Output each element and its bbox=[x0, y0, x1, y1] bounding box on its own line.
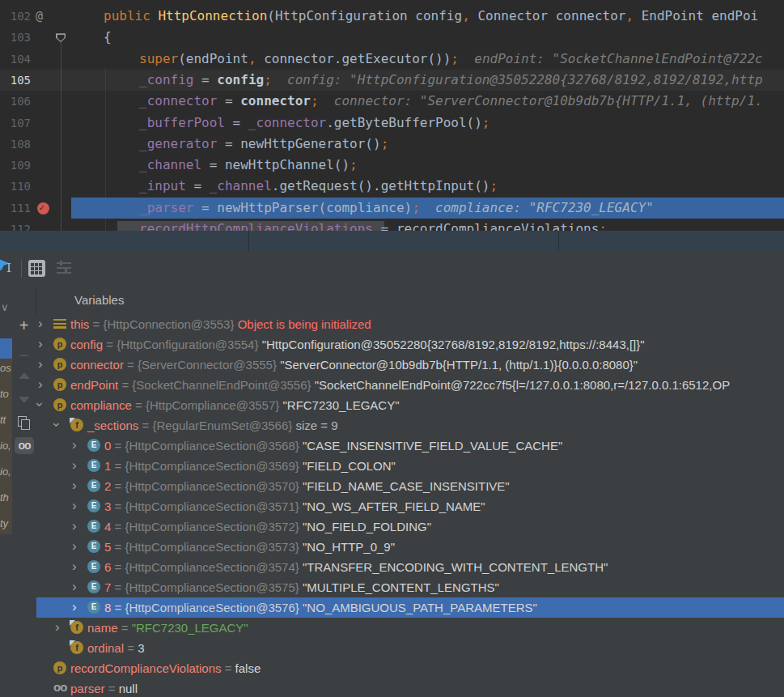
line-number[interactable]: 105 bbox=[0, 70, 31, 91]
variable-text: 1 = {HttpComplianceSection@3569} "FIELD_… bbox=[104, 456, 396, 476]
variable-row-recordComplianceViolations[interactable]: precordComplianceViolations = false bbox=[36, 658, 784, 678]
variable-row-endPoint[interactable]: ›pendPoint = {SocketChannelEndPoint@3556… bbox=[36, 375, 784, 395]
enum-constant-icon: E bbox=[87, 560, 100, 573]
line-number[interactable]: 109 bbox=[0, 155, 31, 176]
variable-row-connector[interactable]: ›pconnector = {ServerConnector@3555} "Se… bbox=[36, 355, 784, 375]
chevron-right-icon[interactable]: › bbox=[38, 355, 43, 373]
variable-text: 4 = {HttpComplianceSection@3572} "NO_FIE… bbox=[104, 516, 431, 537]
clipped-frame-text: to bbox=[0, 388, 12, 401]
variables-tree[interactable]: ›this = {HttpConnection@3553} Object is … bbox=[36, 314, 784, 697]
variable-text: 8 = {HttpComplianceSection@3576} "NO_AMB… bbox=[104, 597, 537, 618]
variable-text: recordComplianceViolations = false bbox=[70, 658, 261, 678]
parameter-icon: p bbox=[53, 358, 66, 371]
line-number[interactable]: 102 bbox=[0, 6, 31, 27]
breakpoint-icon[interactable] bbox=[37, 202, 49, 215]
variable-row-this[interactable]: ›this = {HttpConnection@3553} Object is … bbox=[36, 314, 784, 334]
code-text: _connector = connector; connector: "Serv… bbox=[71, 91, 763, 112]
add-watch-button[interactable]: + bbox=[12, 317, 36, 335]
variable-row-parser[interactable]: ooparser = null bbox=[36, 678, 784, 697]
variable-row-3[interactable]: ›E3 = {HttpComplianceSection@3571} "NO_W… bbox=[36, 496, 784, 516]
variable-row-_sections[interactable]: ›f_sections = {RegularEnumSet@3566} size… bbox=[36, 415, 784, 436]
variable-text: endPoint = {SocketChannelEndPoint@3556} … bbox=[70, 375, 730, 395]
line-number[interactable]: 108 bbox=[0, 134, 31, 155]
chevron-right-icon[interactable]: › bbox=[38, 314, 43, 333]
variable-row-2[interactable]: ›E2 = {HttpComplianceSection@3570} "FIEL… bbox=[36, 476, 784, 496]
evaluate-expression-icon[interactable] bbox=[28, 260, 45, 277]
code-line-104[interactable]: 104super(endPoint, connector.getExecutor… bbox=[0, 49, 784, 70]
variable-text: config = {HttpConfiguration@3554} "HttpC… bbox=[70, 334, 645, 355]
variable-row-5[interactable]: ›E5 = {HttpComplianceSection@3573} "NO_H… bbox=[36, 537, 784, 557]
variables-tab-label[interactable]: Variables bbox=[74, 293, 124, 307]
variable-row-ordinal[interactable]: fordinal = 3 bbox=[36, 638, 784, 658]
code-line-112[interactable]: 112recordHttpComplianceViolations = reco… bbox=[0, 219, 784, 231]
variable-row-6[interactable]: ›E6 = {HttpComplianceSection@3574} "TRAN… bbox=[36, 557, 784, 577]
chevron-right-icon[interactable]: › bbox=[72, 516, 77, 535]
chevron-right-icon[interactable]: › bbox=[38, 334, 43, 353]
code-line-107[interactable]: 107_bufferPool = _connector.getByteBuffe… bbox=[0, 113, 784, 134]
move-down-button[interactable] bbox=[19, 397, 30, 403]
variable-row-8[interactable]: ›E8 = {HttpComplianceSection@3576} "NO_A… bbox=[36, 597, 784, 618]
code-line-102[interactable]: 102@public HttpConnection(HttpConfigurat… bbox=[0, 6, 784, 27]
code-line-105[interactable]: 105_config = config; config: "HttpConfig… bbox=[0, 70, 784, 91]
move-up-button[interactable] bbox=[19, 372, 30, 379]
variable-text: compliance = {HttpCompliance@3557} "RFC7… bbox=[70, 395, 400, 415]
line-number[interactable]: 106 bbox=[0, 91, 31, 112]
chevron-right-icon[interactable]: › bbox=[72, 456, 77, 474]
code-text: _parser = newHttpParser(compliance); com… bbox=[71, 198, 654, 219]
line-number[interactable]: 112 bbox=[0, 219, 31, 231]
enum-constant-icon: E bbox=[87, 580, 100, 593]
code-line-103[interactable]: 103{ bbox=[0, 27, 784, 48]
chevron-right-icon[interactable]: › bbox=[72, 436, 77, 454]
annotation-gutter-icon[interactable]: @ bbox=[36, 6, 43, 27]
variable-text: connector = {ServerConnector@3555} "Serv… bbox=[70, 355, 638, 375]
duplicate-icon[interactable] bbox=[18, 416, 30, 429]
line-number[interactable]: 111 bbox=[0, 198, 31, 219]
chevron-down-icon[interactable]: › bbox=[36, 402, 49, 407]
code-line-108[interactable]: 108_generator = newHttpGenerator(); bbox=[0, 134, 784, 155]
line-number[interactable]: 103 bbox=[0, 27, 31, 48]
text-cursor-icon: I bbox=[6, 259, 11, 277]
chevron-right-icon[interactable]: › bbox=[55, 618, 60, 636]
clipped-frame-text: io, bbox=[0, 440, 12, 453]
line-number[interactable]: 107 bbox=[0, 113, 31, 134]
clipped-frame-text: io, bbox=[0, 465, 12, 478]
remove-watch-button[interactable]: − bbox=[12, 346, 36, 365]
variable-row-4[interactable]: ›E4 = {HttpComplianceSection@3572} "NO_F… bbox=[36, 516, 784, 537]
line-number[interactable]: 110 bbox=[0, 176, 31, 197]
line-number[interactable]: 104 bbox=[0, 49, 31, 70]
variable-row-7[interactable]: ›E7 = {HttpComplianceSection@3575} "MULT… bbox=[36, 577, 784, 597]
watches-toolbar: + − oo bbox=[12, 314, 36, 697]
ide-debugger-screen: 102@public HttpConnection(HttpConfigurat… bbox=[0, 0, 784, 697]
debug-toolbar: I bbox=[0, 251, 784, 287]
code-editor[interactable]: 102@public HttpConnection(HttpConfigurat… bbox=[0, 0, 784, 231]
show-watches-toggle[interactable]: oo bbox=[15, 437, 34, 454]
variable-row-0[interactable]: ›E0 = {HttpComplianceSection@3568} "CASE… bbox=[36, 436, 784, 456]
code-text: _bufferPool = _connector.getByteBufferPo… bbox=[71, 113, 490, 134]
variable-row-compliance[interactable]: ›pcompliance = {HttpCompliance@3557} "RF… bbox=[36, 395, 784, 415]
variable-row-1[interactable]: ›E1 = {HttpComplianceSection@3569} "FIEL… bbox=[36, 456, 784, 476]
variable-text: ordinal = 3 bbox=[87, 638, 144, 658]
code-line-106[interactable]: 106_connector = connector; connector: "S… bbox=[0, 91, 784, 112]
code-line-110[interactable]: 110_input = _channel.getRequest().getHtt… bbox=[0, 176, 784, 197]
chevron-right-icon[interactable]: › bbox=[72, 476, 77, 495]
parameter-icon: p bbox=[53, 378, 66, 391]
fold-chevron-icon[interactable] bbox=[56, 33, 66, 42]
variable-row-name[interactable]: ›fname = "RFC7230_LEGACY" bbox=[36, 618, 784, 638]
code-text: _input = _channel.getRequest().getHttpIn… bbox=[71, 176, 498, 197]
enum-constant-icon: E bbox=[87, 499, 100, 512]
chevron-right-icon[interactable]: › bbox=[72, 577, 77, 596]
code-line-111[interactable]: 111_parser = newHttpParser(compliance); … bbox=[0, 198, 784, 219]
chevron-right-icon[interactable]: › bbox=[72, 496, 77, 515]
code-text: _generator = newHttpGenerator(); bbox=[71, 134, 388, 155]
variable-text: 6 = {HttpComplianceSection@3574} "TRANSF… bbox=[104, 557, 608, 577]
chevron-down-icon[interactable]: › bbox=[48, 423, 66, 427]
code-line-109[interactable]: 109_channel = newHttpChannel(); bbox=[0, 155, 784, 176]
chevron-right-icon[interactable]: › bbox=[72, 537, 77, 555]
variable-row-config[interactable]: ›pconfig = {HttpConfiguration@3554} "Htt… bbox=[36, 334, 784, 355]
variable-text: this = {HttpConnection@3553} Object is b… bbox=[70, 314, 371, 334]
layout-settings-icon[interactable] bbox=[57, 262, 71, 274]
chevron-right-icon[interactable]: › bbox=[72, 557, 77, 576]
chevron-right-icon[interactable]: › bbox=[38, 375, 43, 393]
chevron-right-icon[interactable]: › bbox=[72, 597, 77, 616]
clipped-frame-text: th bbox=[0, 491, 12, 504]
